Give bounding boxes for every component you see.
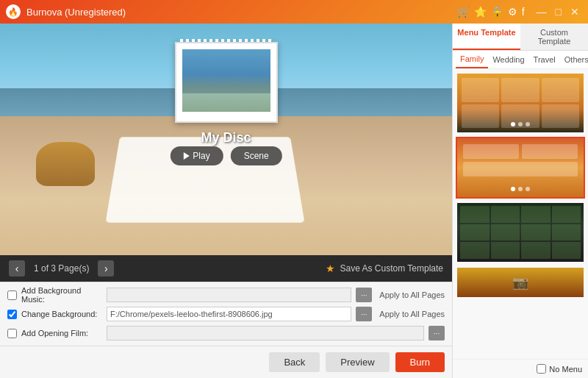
t1-cell-3: [542, 78, 579, 102]
play-icon: [183, 152, 189, 160]
navigation-bar: ‹ 1 of 3 Page(s) › ★ Save As Custom Temp…: [0, 255, 452, 282]
template-item-3[interactable]: [456, 202, 585, 263]
template-thumb-3: [457, 203, 584, 262]
bg-music-input[interactable]: [107, 288, 351, 302]
no-menu-area: No Menu: [453, 359, 588, 378]
opening-film-input[interactable]: [107, 326, 424, 340]
dot-3: [526, 122, 530, 126]
preview-buttons: Play Scene: [170, 146, 282, 165]
play-button[interactable]: Play: [170, 146, 223, 165]
title-bar-icons: 🛒 ⭐ 🔒 ⚙ f: [457, 6, 525, 18]
template-thumb-4: 📷: [457, 268, 584, 297]
save-template-button[interactable]: ★ Save As Custom Template: [326, 263, 443, 274]
settings-icon[interactable]: ⚙: [508, 6, 517, 18]
category-others[interactable]: Others: [560, 51, 588, 68]
bg-music-row: Add Background Music: ··· Apply to All P…: [7, 287, 445, 303]
change-bg-apply[interactable]: Apply to All Pages: [379, 310, 445, 318]
t2-dots: [457, 187, 584, 191]
dot-2: [518, 122, 523, 126]
template-thumb-1: [457, 74, 584, 132]
t3-c5: [460, 224, 490, 241]
options-bar: Add Background Music: ··· Apply to All P…: [0, 282, 452, 346]
page-info: 1 of 3 Page(s): [34, 263, 89, 274]
category-travel[interactable]: Travel: [529, 51, 560, 68]
main-layout: My Disc Play Scene ‹ 1 of 3 Page(s) › ★ …: [0, 24, 588, 378]
template-item-1[interactable]: [456, 72, 585, 134]
custom-template-tab[interactable]: Custom Template: [520, 24, 588, 50]
dot-1: [511, 122, 515, 126]
t2-row-1: [463, 144, 578, 159]
t3-c10: [491, 242, 520, 259]
preview-area: My Disc Play Scene: [0, 24, 452, 255]
next-page-button[interactable]: ›: [98, 260, 114, 277]
t3-c3: [521, 206, 551, 223]
change-bg-label: Change Background:: [21, 310, 102, 318]
t1-dots: [457, 122, 584, 126]
back-button[interactable]: Back: [269, 352, 320, 372]
t2-dot-1: [511, 187, 515, 191]
change-bg-browse-button[interactable]: ···: [356, 307, 372, 321]
lock-icon[interactable]: 🔒: [491, 6, 503, 18]
template-thumb-2: [457, 138, 584, 197]
burn-button[interactable]: Burn: [395, 352, 445, 372]
t3-c4: [552, 206, 581, 223]
preview-button[interactable]: Preview: [326, 352, 389, 372]
t1-cell-1: [462, 78, 499, 102]
right-panel: Menu Template Custom Template Family Wed…: [452, 24, 588, 378]
t3-c2: [491, 206, 520, 223]
action-buttons: Back Preview Burn: [0, 346, 452, 378]
change-bg-input[interactable]: [107, 307, 351, 321]
change-bg-row: Change Background: ··· Apply to All Page…: [7, 306, 445, 322]
t3-c1: [460, 206, 490, 223]
basket: [36, 142, 95, 186]
t2-row-2: [463, 162, 578, 176]
bg-music-browse-button[interactable]: ···: [356, 288, 372, 302]
template-tabs: Menu Template Custom Template: [453, 24, 588, 51]
t4-icon: 📷: [512, 274, 528, 290]
t3-c8: [552, 224, 581, 241]
category-wedding[interactable]: Wedding: [488, 51, 528, 68]
opening-film-checkbox[interactable]: [7, 329, 17, 338]
t3-c7: [521, 224, 551, 241]
close-button[interactable]: ✕: [567, 6, 582, 18]
prev-page-button[interactable]: ‹: [9, 260, 25, 277]
scene-button[interactable]: Scene: [231, 146, 282, 165]
template-item-2[interactable]: [456, 137, 585, 199]
stamp-frame: [175, 42, 278, 123]
left-panel: My Disc Play Scene ‹ 1 of 3 Page(s) › ★ …: [0, 24, 452, 378]
template-preview-3: [457, 203, 584, 262]
title-bar: 🔥 Burnova (Unregistered) 🛒 ⭐ 🔒 ⚙ f — □ ✕: [0, 0, 588, 24]
t3-c11: [521, 242, 551, 259]
t3-c9: [460, 242, 490, 259]
t3-c12: [552, 242, 581, 259]
facebook-icon[interactable]: f: [522, 6, 525, 18]
template-list: 📷: [453, 69, 588, 359]
maximize-button[interactable]: □: [553, 6, 564, 18]
stamp-photo: [182, 49, 270, 112]
category-tabs: Family Wedding Travel Others ▶: [453, 51, 588, 69]
bg-music-label: Add Background Music:: [21, 286, 102, 304]
disc-title: My Disc: [201, 130, 251, 146]
app-logo: 🔥: [6, 4, 21, 19]
app-title: Burnova (Unregistered): [26, 7, 457, 18]
template-item-4[interactable]: 📷: [456, 266, 585, 299]
opening-film-label: Add Opening Film:: [21, 329, 102, 338]
change-bg-checkbox[interactable]: [7, 310, 17, 319]
t2-dot-3: [526, 187, 530, 191]
category-family[interactable]: Family: [456, 51, 488, 68]
no-menu-checkbox[interactable]: [537, 364, 546, 374]
opening-film-browse-button[interactable]: ···: [429, 326, 445, 340]
menu-template-tab[interactable]: Menu Template: [453, 24, 520, 50]
minimize-button[interactable]: —: [534, 6, 550, 18]
t1-cell-2: [501, 78, 539, 102]
star-icon: ★: [326, 263, 335, 274]
no-menu-label: No Menu: [549, 365, 582, 374]
bg-music-checkbox[interactable]: [7, 290, 17, 300]
star-icon[interactable]: ⭐: [474, 6, 487, 18]
bg-music-apply[interactable]: Apply to All Pages: [379, 290, 445, 299]
t3-c6: [491, 224, 520, 241]
template-preview-4: 📷: [457, 268, 584, 297]
opening-film-row: Add Opening Film: ···: [7, 325, 445, 341]
window-controls: — □ ✕: [534, 6, 582, 18]
cart-icon[interactable]: 🛒: [457, 6, 470, 18]
